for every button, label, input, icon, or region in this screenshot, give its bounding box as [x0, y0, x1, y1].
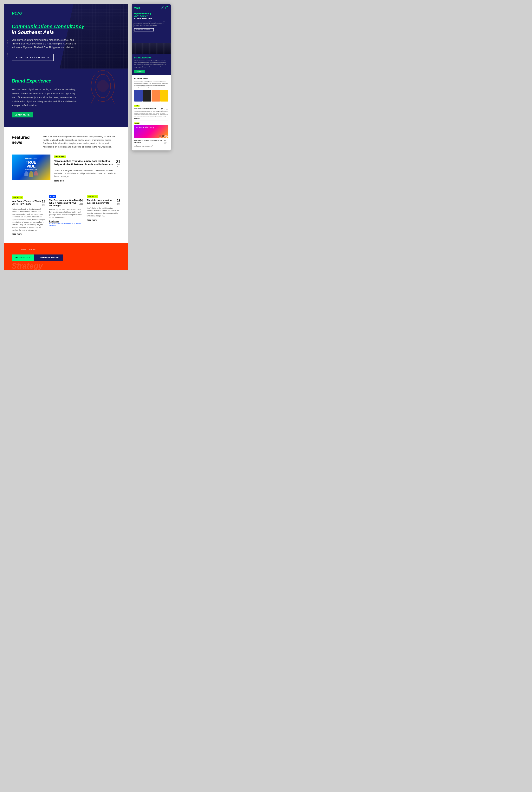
face-1: [159, 135, 162, 137]
mob-article-2-date-row: Vero Meets #2: LGBTIQ Inclusion in PR an…: [134, 140, 168, 144]
small-article-2-title: The First Inaugural Vero Day: What it me…: [49, 199, 79, 207]
mob-article-1: Insights Vero Meets #3: Chu Moi Intervie…: [134, 103, 168, 119]
scroll-down-label: SCROLL DOWN: [7, 40, 9, 57]
start-campaign-button[interactable]: START YOUR CAMPAIGN →: [12, 54, 54, 61]
mob-article-2-excerpt: Many brands are interested in featuring …: [134, 144, 168, 147]
mob-article-2-badge: Insights: [134, 123, 139, 124]
small-article-3-excerpt: Vero's Editorial Content Executive, Pann…: [87, 207, 120, 217]
brand-experience-section: Brand Experience With the rise of digita…: [4, 69, 128, 127]
article-tags: #Philippines #Indonesia #Myanmar #Thaila…: [49, 222, 83, 226]
small-read-more-3[interactable]: Read more: [87, 219, 120, 221]
date-day: 21: [116, 160, 120, 164]
insights-badge-3: Insights: [87, 195, 98, 198]
learn-more-button[interactable]: LEARN MORE: [12, 112, 33, 117]
brand-illustration: [83, 71, 122, 109]
small-article-3-header: Insights: [87, 195, 120, 198]
mob-img-tile-1: [134, 90, 142, 102]
mob-news-title: Featured news: [134, 78, 168, 80]
svg-line-2: [91, 96, 95, 104]
mob-article-1-date-row: Vero Meets #3: Chu Moi Interview 09 Sept…: [134, 107, 168, 110]
mob-nav: vero 🔍 ≡: [134, 6, 168, 9]
small-read-more-2[interactable]: Read more: [49, 220, 83, 222]
date-month: June 2022: [116, 164, 120, 167]
what-we-do-section: WHAT WE DO 01 STRATEGY CONTENT MARKETING…: [4, 243, 128, 271]
small-article-1-title-row: New Beauty Trends to Watch Out For in Vi…: [12, 200, 45, 207]
hero-section: vero Search 🔍 ≡ Communications Consultan…: [4, 4, 128, 69]
mob-hero-desc: Vero is an award-winning digital marketi…: [134, 21, 168, 26]
mob-hero-title1: Digital Marketing: [134, 12, 168, 15]
tab-strategy[interactable]: 01 STRATEGY: [12, 255, 34, 261]
small-article-1-date: 13 May 2022: [42, 200, 45, 207]
mob-inclusion-workshop-text: Inclusion Workshop: [136, 126, 154, 129]
mob-img-tile-3: [152, 90, 160, 102]
mob-inclusion-faces: [159, 135, 168, 137]
mob-cta-button[interactable]: START YOUR CAMPAIGN →: [134, 28, 154, 32]
brand-experience-description: With the rise of digital, social media, …: [12, 88, 78, 107]
featured-article: Vero launches TRUEVIBE a new data-led to…: [12, 154, 120, 187]
mob-article-2-title: Vero Meets #2: LGBTIQ Inclusion in PR an…: [134, 140, 164, 143]
article-header: Insights: [54, 154, 120, 158]
mob-img-tile-4: [160, 90, 169, 102]
hero-title-line2: in Southeast Asia: [12, 29, 120, 35]
mob-article-1-badge: Insights: [134, 105, 139, 107]
article-image: Vero launches TRUEVIBE a new data-led to…: [12, 154, 51, 180]
mob-brand-title: Brand Experience: [134, 57, 168, 59]
small-date-month-2: May 2022: [79, 202, 83, 206]
insights-badge-featured: Insights: [54, 154, 65, 158]
small-article-1-header: Insights: [12, 195, 45, 199]
hero-content: Communications Consultancy in Southeast …: [12, 24, 120, 61]
mobile-mockup: vero 🔍 ≡ Digital Marketing & PR Agency i…: [132, 4, 171, 788]
small-article-2-date: 04 May 2022: [79, 199, 83, 206]
mob-read-more-1[interactable]: Read more: [134, 118, 168, 119]
mobile-frame: vero 🔍 ≡ Digital Marketing & PR Agency i…: [132, 4, 171, 150]
mob-logo: vero: [134, 6, 140, 9]
site-logo: vero: [12, 10, 22, 16]
svg-line-3: [111, 96, 114, 104]
three-column-articles: Insights New Beauty Trends to Watch Out …: [12, 193, 120, 235]
small-article-2-title-row: The First Inaugural Vero Day: What it me…: [49, 199, 83, 207]
featured-news-header: Featured news Vero is an award-winning c…: [12, 135, 120, 148]
mob-img-tile-2: [143, 90, 151, 102]
face-2: [162, 135, 165, 137]
mob-article-2: Insights Inclusion Workshop Vero Meets #…: [134, 121, 168, 148]
mob-search-icon[interactable]: 🔍: [161, 6, 164, 9]
truevibe-label: TRUEVIBE: [24, 160, 38, 168]
cta-arrow-icon: →: [47, 56, 50, 59]
article-content: Insights Vero launches TrueVibe, a new d…: [54, 154, 120, 182]
hero-description: Vero provides award-winning digital mark…: [12, 38, 78, 50]
small-article-1-excerpt: Vietnamese beauty enthusiasts are all ab…: [12, 208, 45, 232]
mob-article-2-date: 11 August 2021: [164, 140, 168, 144]
mob-city-image: [132, 43, 171, 54]
tab-content-marketing[interactable]: CONTENT MARKETING: [34, 255, 63, 261]
small-article-3-title: The night owls' secret to success in age…: [87, 199, 117, 204]
mob-news-images: [134, 90, 168, 102]
mob-hero-section: vero 🔍 ≡ Digital Marketing & PR Agency i…: [132, 4, 171, 43]
mob-article-1-date: 09 September 2021: [161, 107, 168, 110]
strategy-big-title: Strategy: [4, 262, 51, 271]
read-more-link[interactable]: Read more: [54, 180, 120, 182]
mob-article-1-month: September 2021: [161, 109, 168, 110]
mob-article-1-excerpt: Read in Vietnamese Nguyễn Duy Anh, aka C…: [134, 111, 168, 117]
what-we-do-label: WHAT WE DO: [12, 248, 120, 251]
featured-desc-text: is an award-winning communications consu…: [43, 135, 115, 148]
small-article-2: News The First Inaugural Vero Day: What …: [49, 193, 83, 235]
mob-learn-more-button[interactable]: LEARN MORE: [134, 70, 145, 73]
news-badge-2: News: [49, 195, 56, 198]
small-date-month-3: May 2022: [117, 202, 120, 206]
mob-article-2-month: August 2021: [164, 142, 168, 144]
small-article-3-date: 12 May 2022: [117, 199, 120, 206]
mob-menu-icon[interactable]: ≡: [165, 6, 168, 9]
featured-news-title: Featured news: [12, 135, 37, 145]
featured-news-description: Vero is an award-winning communications …: [43, 135, 120, 148]
small-article-3-title-row: The night owls' secret to success in age…: [87, 199, 120, 206]
main-site: vero Search 🔍 ≡ Communications Consultan…: [4, 4, 128, 788]
small-article-3: Insights The night owls' secret to succe…: [87, 193, 120, 235]
mob-news-desc: Vero is a creative digital, influencer m…: [134, 81, 168, 88]
article-excerpt: TrueVibe is designed to help communicati…: [54, 169, 120, 178]
strategy-tabs: 01 STRATEGY CONTENT MARKETING: [12, 255, 120, 261]
small-date-month-1: May 2022: [42, 203, 45, 207]
small-read-more-1[interactable]: Read more: [12, 233, 45, 235]
mob-brand-section: Brand Experience With the rise of digita…: [132, 54, 171, 75]
article-date: 21 June 2022: [116, 160, 120, 167]
small-badge-1: Insights: [12, 195, 23, 199]
